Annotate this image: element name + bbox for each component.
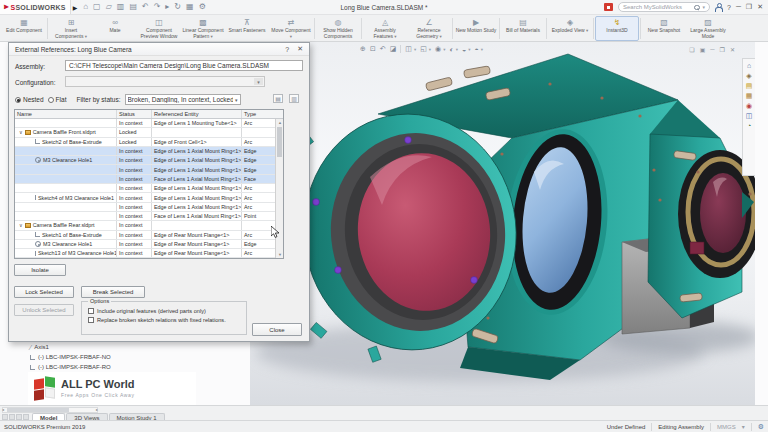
scrollbar-thumb[interactable]: [277, 127, 282, 157]
home-icon[interactable]: ⌂: [83, 3, 88, 11]
status-options-gear-icon[interactable]: ⚙: [758, 423, 764, 431]
filter-by-status-combo[interactable]: Broken, Dangling, In context, Locked... …: [125, 94, 241, 105]
print-icon[interactable]: ▤: [129, 3, 137, 11]
doc-cascade-button[interactable]: ❏: [689, 46, 694, 53]
custom-properties-tab[interactable]: ◫: [746, 112, 753, 119]
ribbon-button-linear-component-pattern[interactable]: ▩Linear Component Pattern ▾: [181, 16, 225, 41]
search-dropdown-icon[interactable]: ▾: [702, 4, 705, 10]
view-orientation-icon[interactable]: ◱: [420, 45, 427, 53]
nested-radio-icon[interactable]: [15, 97, 21, 103]
list-external-refs-icon[interactable]: ▤: [273, 94, 283, 103]
edit-appearance-icon[interactable]: ◐: [449, 46, 453, 53]
display-style-icon[interactable]: ◫: [405, 45, 412, 53]
dropdown-arrow-icon[interactable]: ▾: [443, 47, 445, 52]
include-original-features-checkbox[interactable]: [88, 308, 94, 314]
dropdown-arrow-icon[interactable]: ▾: [429, 47, 431, 52]
undo-icon[interactable]: ↶: [142, 3, 149, 11]
tree-item[interactable]: (-) LBC-IMPSK-FRBAF-NO: [30, 352, 111, 362]
doc-tile-button[interactable]: ▣: [700, 46, 706, 53]
appearances-scenes-tab[interactable]: ◉: [746, 102, 752, 109]
ribbon-button-move-component[interactable]: ⇄Move Component ▾: [269, 16, 313, 41]
camera-assembly-3d-model[interactable]: [250, 42, 755, 405]
file-properties-icon[interactable]: ▦: [186, 3, 194, 11]
flat-radio[interactable]: Flat: [48, 96, 67, 103]
dropdown-arrow-icon[interactable]: ▾: [481, 47, 483, 52]
dropdown-arrow-icon[interactable]: ▾: [83, 34, 87, 39]
previous-view-icon[interactable]: ↶: [380, 45, 386, 53]
table-row[interactable]: In contextEdge of Lens 1 Mounting Tube<1…: [15, 119, 283, 128]
ribbon-button-exploded-view[interactable]: ◈Exploded View ▾: [548, 16, 592, 41]
ribbon-button-assembly-features[interactable]: ◬Assembly Features ▾: [363, 16, 407, 41]
nested-radio[interactable]: Nested: [15, 96, 44, 103]
table-row[interactable]: M3 Clearance Hole1In contextEdge of Lens…: [15, 156, 283, 165]
ribbon-button-mate[interactable]: ∞Mate: [93, 16, 137, 41]
search-input[interactable]: Search MySolidWorks ▾: [618, 2, 710, 12]
ribbon-button-insert-components[interactable]: ⊞Insert Components ▾: [49, 16, 93, 41]
view-palette-tab[interactable]: ▦: [746, 92, 753, 99]
scroll-down-icon[interactable]: ▼: [276, 251, 284, 258]
zoom-to-area-icon[interactable]: ⊡: [370, 45, 376, 53]
hide-show-items-icon[interactable]: ◉: [435, 45, 441, 53]
rebuild-icon[interactable]: ↻: [174, 3, 181, 11]
dialog-close-icon[interactable]: ✕: [297, 45, 303, 53]
include-original-features-option[interactable]: Include original features (derived parts…: [88, 308, 246, 314]
apply-scene-icon[interactable]: ◒: [462, 46, 466, 53]
column-header-referenced-entity[interactable]: Referenced Entity: [152, 110, 242, 118]
replace-broken-relations-checkbox[interactable]: [88, 317, 94, 323]
section-view-icon[interactable]: ◪: [390, 45, 397, 53]
design-library-tab[interactable]: ◈: [746, 72, 751, 79]
dropdown-arrow-icon[interactable]: ▾: [456, 47, 458, 52]
ribbon-button-show-hidden-components[interactable]: ◍Show Hidden Components: [316, 16, 360, 41]
minimize-button[interactable]: ─: [736, 3, 741, 11]
isolate-button[interactable]: Isolate: [14, 264, 66, 276]
table-row[interactable]: ∨Camera Baffle Rear.sldprtIn context: [15, 221, 283, 230]
dropdown-arrow-icon[interactable]: ▾: [438, 34, 442, 39]
close-button[interactable]: Close: [252, 323, 302, 336]
restore-button[interactable]: ❐: [746, 3, 752, 11]
table-row[interactable]: Sketch13 of M3 Clearance Hole1In context…: [15, 249, 283, 258]
tree-item[interactable]: (-) LBC-IMPSK-FRBAF-RO: [30, 362, 111, 372]
dropdown-arrow-icon[interactable]: ▾: [393, 34, 397, 39]
ribbon-button-instant3d[interactable]: ↯Instant3D: [595, 16, 639, 41]
table-row[interactable]: In contextEdge of Lens 1 Axial Mount Rin…: [15, 203, 283, 212]
dropdown-arrow-icon[interactable]: ▾: [585, 28, 589, 33]
close-button[interactable]: ✕: [757, 3, 763, 11]
doc-close-button[interactable]: ✕: [730, 46, 735, 53]
table-row[interactable]: In contextFace of Lens 1 Axial Mount Rin…: [15, 212, 283, 221]
table-row[interactable]: In contextEdge of Lens 1 Axial Mount Rin…: [15, 165, 283, 174]
expander-icon[interactable]: ∨: [19, 222, 23, 228]
table-row[interactable]: M3 Clearance Hole1In contextEdge of Rear…: [15, 240, 283, 249]
unlock-selected-button[interactable]: Unlock Selected: [14, 304, 74, 316]
file-explorer-tab[interactable]: ▤: [746, 82, 753, 89]
scroll-left-icon[interactable]: ◂: [2, 407, 4, 412]
save-icon[interactable]: ▥: [117, 3, 125, 11]
ribbon-button-reference-geometry[interactable]: ∠Reference Geometry ▾: [407, 16, 451, 41]
graphics-viewport[interactable]: ⊕⊡↶◪◫▾◱▾◉▾◐▾◒▾◓▾ ❏▣─❐✕ ⌂◈▤▦◉◫◔: [250, 42, 755, 405]
break-selected-button[interactable]: Break Selected: [81, 286, 145, 298]
expand-refs-icon[interactable]: ▥: [289, 94, 299, 103]
ribbon-button-edit-component[interactable]: ▦Edit Component: [2, 16, 46, 41]
dropdown-arrow-icon[interactable]: ▾: [414, 47, 416, 52]
hscroll-thumb[interactable]: [7, 408, 69, 412]
table-row[interactable]: In contextFace of Lens 1 Axial Mount Rin…: [15, 175, 283, 184]
units-dropdown-icon[interactable]: ▾: [742, 423, 745, 430]
ribbon-button-new-motion-study[interactable]: ▶New Motion Study: [454, 16, 498, 41]
column-header-name[interactable]: Name: [15, 110, 117, 118]
lock-selected-button[interactable]: Lock Selected: [14, 286, 74, 298]
tree-item[interactable]: ⁄Axis1: [30, 342, 111, 352]
forum-tab[interactable]: ◔: [747, 122, 751, 129]
flat-radio-icon[interactable]: [48, 97, 54, 103]
scroll-up-icon[interactable]: ▲: [276, 119, 284, 126]
select-icon[interactable]: ▸: [165, 3, 169, 11]
view-settings-icon[interactable]: ◓: [474, 46, 478, 53]
table-row[interactable]: ∨Camera Baffle Front.sldprtLocked: [15, 128, 283, 137]
zoom-to-fit-icon[interactable]: ⊕: [360, 45, 366, 53]
dropdown-arrow-icon[interactable]: ▾: [468, 47, 470, 52]
dialog-title-bar[interactable]: External References: Long Blue Camera ? …: [9, 43, 309, 56]
options-icon[interactable]: ⚙: [199, 3, 206, 11]
table-row[interactable]: In contextEdge of Lens 1 Axial Mount Rin…: [15, 184, 283, 193]
new-file-icon[interactable]: ▢: [93, 3, 101, 11]
dropdown-arrow-icon[interactable]: ▾: [290, 34, 292, 39]
dialog-help-button[interactable]: ?: [285, 46, 289, 53]
search-icon[interactable]: [694, 5, 699, 10]
